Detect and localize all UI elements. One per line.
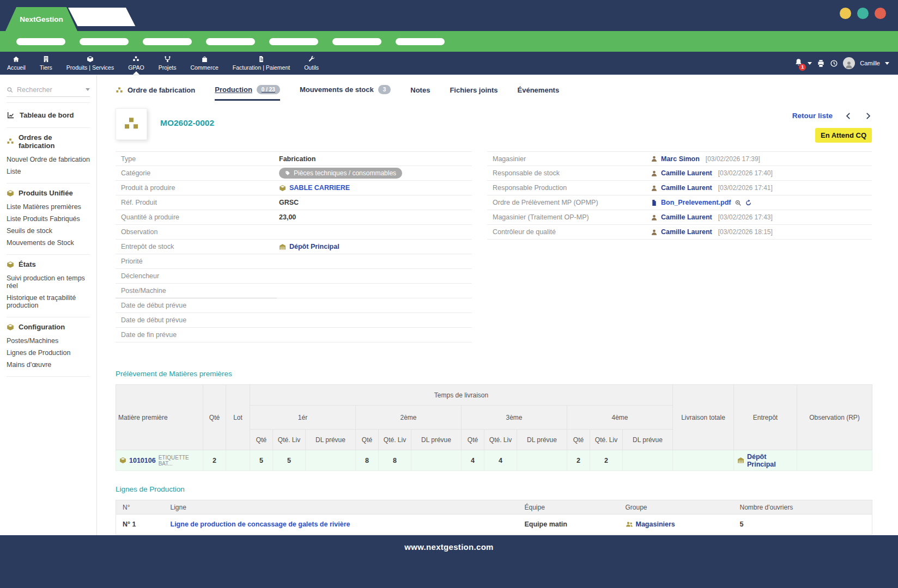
menu-pill[interactable]: [269, 38, 318, 45]
menu-pill[interactable]: [206, 38, 255, 45]
nav-produits-services[interactable]: Produits | Services: [59, 52, 121, 75]
user-link[interactable]: Marc Simon: [661, 155, 700, 163]
window-maximize-dot[interactable]: [857, 8, 869, 19]
detail-value: Marc Simon [03/02/2026 17:39]: [651, 155, 760, 163]
column-header-group: 1ér: [250, 406, 356, 430]
search-input[interactable]: [17, 86, 82, 94]
zoom-preview-icon[interactable]: [735, 199, 742, 206]
user-link[interactable]: Camille Laurent: [661, 213, 712, 221]
notifications-button[interactable]: 1: [794, 58, 803, 69]
divider: [7, 102, 90, 103]
chart-icon: [7, 111, 15, 119]
tab-notes[interactable]: Notes: [410, 86, 430, 101]
sidebar-item-postes-machines[interactable]: Postes/Machines: [7, 335, 90, 347]
printer-icon[interactable]: [817, 59, 825, 68]
user-link[interactable]: Camille Laurent: [661, 169, 712, 177]
group-link[interactable]: Magasiniers: [636, 520, 675, 528]
sidebar-item-nouvel-ordre[interactable]: Nouvel Ordre de fabrication: [7, 154, 90, 166]
sidebar-item-historique-tracabilite[interactable]: Historique et traçabilité production: [7, 292, 90, 311]
column-header: Ligne: [164, 500, 518, 514]
sidebar-section-etats: États: [7, 260, 90, 268]
user-link[interactable]: Camille Laurent: [661, 228, 712, 236]
nav-gpao[interactable]: GPAO: [121, 52, 151, 75]
back-to-list-link[interactable]: Retour liste: [792, 112, 833, 120]
nav-facturation-paiement[interactable]: Facturation | Paiement: [226, 52, 297, 75]
nav-accueil[interactable]: Accueil: [0, 52, 33, 75]
sidebar-item-lignes-de-production[interactable]: Lignes de Production: [7, 347, 90, 359]
history-icon[interactable]: [830, 59, 838, 68]
menu-pill[interactable]: [332, 38, 381, 45]
detail-row-responsable-production: Responsable Production Camille Laurent […: [487, 181, 872, 195]
detail-value: GRSC: [279, 199, 299, 206]
previous-record-button[interactable]: [845, 112, 852, 120]
sidebar-item-mouvements-de-stock[interactable]: Mouvements de Stock: [7, 237, 90, 249]
sidebar-search: [7, 83, 90, 97]
avatar[interactable]: [843, 57, 855, 69]
nav-projets[interactable]: Projets: [151, 52, 184, 75]
sidebar-item-seuils-de-stock[interactable]: Seuils de stock: [7, 225, 90, 237]
column-header-group: 2ème: [356, 406, 462, 430]
pdf-file-icon: [651, 199, 658, 206]
title-bar: NextGestion: [0, 0, 898, 31]
next-record-button[interactable]: [864, 112, 872, 120]
user-link[interactable]: Camille Laurent: [661, 184, 712, 192]
qty-delivered-cell: 5: [273, 450, 306, 471]
window-close-dot[interactable]: [875, 8, 886, 19]
tab-mouvements-de-stock[interactable]: Mouvements de stock 3: [300, 85, 391, 101]
detail-label: Date de début prévue: [116, 316, 279, 324]
product-link[interactable]: SABLE CARRIERE: [289, 184, 350, 192]
details-left: Type Fabrication Catégorie Pièces techni…: [116, 151, 472, 342]
menu-pill[interactable]: [143, 38, 192, 45]
footer: www.nextgestion.com: [0, 535, 898, 588]
tab-production[interactable]: Production 0 / 23: [215, 85, 280, 101]
detail-label: Responsable Production: [487, 184, 651, 192]
sidebar-item-liste-produits-fabriques[interactable]: Liste Produits Fabriqués: [7, 213, 90, 225]
nav-outils[interactable]: Outils: [297, 52, 326, 75]
tab-evenements[interactable]: Événements: [518, 86, 560, 101]
detail-row-magasinier: Magasinier Marc Simon [03/02/2026 17:39]: [487, 151, 872, 166]
detail-row-entrepot: Entrepôt de stock Dépôt Principal: [116, 240, 472, 254]
column-header-group: Temps de livraison: [250, 385, 673, 406]
material-code-link[interactable]: 1010106: [129, 457, 156, 464]
tab-ordre-de-fabrication[interactable]: Ordre de fabrication: [116, 86, 195, 101]
total-delivery-cell: [673, 450, 734, 471]
menu-pill[interactable]: [80, 38, 129, 45]
window-minimize-dot[interactable]: [840, 8, 851, 19]
detail-tabs: Ordre de fabrication Production 0 / 23 M…: [116, 85, 872, 101]
sidebar-item-tableau-de-bord[interactable]: Tableau de bord: [7, 108, 90, 122]
pdf-link[interactable]: Bon_Prelevement.pdf: [661, 199, 731, 206]
sidebar-item-liste[interactable]: Liste: [7, 166, 90, 177]
user-menu[interactable]: Camille: [860, 60, 880, 66]
tab-fichiers-joints[interactable]: Fichiers joints: [450, 86, 497, 101]
order-icon-tile: [116, 108, 147, 140]
page-body: Tableau de bord Ordres de fabrication No…: [0, 75, 898, 535]
detail-value: SABLE CARRIERE: [279, 184, 350, 192]
nav-label: Projets: [159, 64, 177, 71]
sidebar-item-mains-doeuvre[interactable]: Mains d'œuvre: [7, 359, 90, 371]
back-row: Retour liste: [792, 112, 872, 120]
warehouse-link[interactable]: Dépôt Principal: [747, 453, 793, 468]
column-header: DL prévue: [306, 430, 356, 450]
nav-tiers[interactable]: Tiers: [33, 52, 59, 75]
nav-commerce[interactable]: Commerce: [183, 52, 225, 75]
observation-cell: [797, 450, 872, 471]
detail-label: Ordre de Prélèvement MP (OPMP): [487, 199, 651, 206]
divider: [7, 183, 90, 183]
group-cell: Magasiniers: [619, 514, 733, 535]
tag-icon: [285, 170, 290, 176]
menu-pill[interactable]: [396, 38, 445, 45]
branch-icon: [164, 56, 171, 63]
warehouse-link[interactable]: Dépôt Principal: [289, 243, 339, 250]
menu-pill[interactable]: [16, 38, 65, 45]
sidebar-item-suivi-production[interactable]: Suivi production en temps réel: [7, 272, 90, 292]
brand-logo[interactable]: NextGestion: [5, 7, 77, 31]
column-header: Observation (RP): [797, 385, 872, 450]
regenerate-icon[interactable]: [745, 199, 752, 206]
sidebar-item-liste-matieres-premieres[interactable]: Liste Matières premières: [7, 201, 90, 213]
detail-label: Contrôleur de qualité: [487, 228, 651, 236]
menu-bar: [0, 31, 898, 52]
invoice-icon: [258, 56, 265, 63]
column-header: Qté. Liv: [273, 430, 306, 450]
production-line-link[interactable]: Ligne de production de concassage de gal…: [171, 520, 350, 528]
material-row: 1010106 ETIQUETTE BAT... 2 5 5 8 8 4: [116, 450, 872, 471]
